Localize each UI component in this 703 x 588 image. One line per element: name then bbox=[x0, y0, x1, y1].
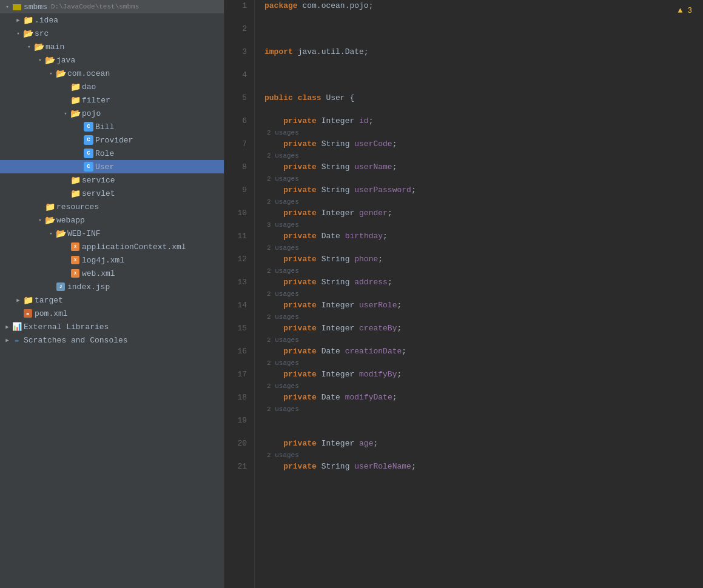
tree-item-user[interactable]: C User bbox=[0, 160, 224, 173]
code-line-17: private Integer modifyBy; bbox=[264, 369, 693, 381]
linenum-usage-19 bbox=[229, 427, 247, 438]
label-java: java bbox=[56, 56, 75, 65]
folder-icon-com-ocean: 📂 bbox=[56, 68, 66, 78]
usage-14: 2 usages bbox=[264, 312, 693, 322]
code-line-14: private Integer userRole; bbox=[264, 299, 693, 312]
code-line-13: private String address; bbox=[264, 276, 693, 289]
code-line-21: private String userRoleName; bbox=[264, 461, 693, 473]
linenum-13: 13 bbox=[229, 276, 247, 289]
arrow-webapp: ▾ bbox=[35, 215, 45, 225]
arrow-service bbox=[61, 175, 70, 185]
usage-12: 2 usages bbox=[264, 266, 693, 276]
code-line-2 bbox=[264, 23, 693, 35]
tree-item-src[interactable]: ▾ 📂 src bbox=[0, 27, 224, 40]
linenum-2: 2 bbox=[229, 23, 247, 35]
tree-item-java[interactable]: ▾ 📂 java bbox=[0, 53, 224, 67]
linenum-17: 17 bbox=[229, 369, 247, 381]
usage-5 bbox=[264, 104, 693, 115]
linenum-usage-14 bbox=[229, 312, 247, 322]
tree-item-webxml[interactable]: X web.xml bbox=[0, 267, 224, 280]
svg-rect-1 bbox=[13, 4, 16, 5]
arrow-dao bbox=[61, 82, 70, 92]
jsp-icon-indexjsp: J bbox=[56, 282, 66, 292]
tree-item-bill[interactable]: C Bill bbox=[0, 120, 224, 133]
folder-icon-resources: 📁 bbox=[45, 202, 55, 212]
usage-13: 2 usages bbox=[264, 289, 693, 299]
tree-item-webapp[interactable]: ▾ 📂 webapp bbox=[0, 213, 224, 227]
arrow-ext-libs: ▶ bbox=[2, 322, 12, 332]
label-dao: dao bbox=[82, 82, 96, 92]
tree-item-servlet[interactable]: 📁 servlet bbox=[0, 187, 224, 200]
label-src: src bbox=[35, 29, 49, 38]
linenum-14: 14 bbox=[229, 299, 247, 312]
code-line-18: private Date modifyDate; bbox=[264, 392, 693, 404]
arrow-main: ▾ bbox=[24, 42, 34, 52]
folder-icon-target: 📁 bbox=[23, 295, 33, 305]
tree-item-indexjsp[interactable]: J index.jsp bbox=[0, 280, 224, 293]
linenum-6: 6 bbox=[229, 115, 247, 127]
label-webinf: WEB-INF bbox=[67, 229, 101, 238]
sidebar: ▾ smbms D:\JavaCode\test\smbms ▶ 📁 .idea… bbox=[0, 0, 224, 588]
tree-item-dao[interactable]: 📁 dao bbox=[0, 80, 224, 93]
code-editor[interactable]: 1 2 3 4 5 6 7 8 9 10 11 12 13 1 bbox=[224, 0, 703, 588]
linenum-usage-20 bbox=[229, 450, 247, 461]
label-target: target bbox=[35, 296, 63, 305]
tree-item-webinf[interactable]: ▾ 📂 WEB-INF bbox=[0, 227, 224, 240]
arrow-filter bbox=[61, 95, 70, 105]
linenum-usage-21 bbox=[229, 473, 247, 484]
xml-icon-log4j: X bbox=[70, 255, 80, 265]
class-icon-bill: C bbox=[84, 122, 93, 132]
linenum-usage-3 bbox=[229, 58, 247, 69]
tree-item-resources[interactable]: 📁 resources bbox=[0, 200, 224, 213]
arrow-log4j bbox=[61, 255, 70, 265]
maven-icon-pomxml: m bbox=[23, 309, 33, 318]
tree-item-pojo[interactable]: ▾ 📂 pojo bbox=[0, 107, 224, 120]
code-lines: package com.ocean.pojo; import java.util… bbox=[255, 0, 703, 588]
tree-item-ext-libs[interactable]: ▶ 📊 External Libraries bbox=[0, 320, 224, 333]
linenum-7: 7 bbox=[229, 138, 247, 150]
arrow-webinf: ▾ bbox=[46, 229, 56, 238]
linenum-usage-7 bbox=[229, 150, 247, 161]
linenum-usage-8 bbox=[229, 173, 247, 184]
tree-item-role[interactable]: C Role bbox=[0, 147, 224, 160]
tree-item-filter[interactable]: 📁 filter bbox=[0, 93, 224, 107]
label-log4j: log4j.xml bbox=[82, 256, 124, 265]
usage-19 bbox=[264, 427, 693, 438]
warning-badge: ▲ 3 bbox=[674, 5, 696, 16]
usage-17: 2 usages bbox=[264, 381, 693, 392]
linenum-usage-2 bbox=[229, 35, 247, 46]
code-line-4 bbox=[264, 69, 693, 81]
tree-item-target[interactable]: ▶ 📁 target bbox=[0, 293, 224, 307]
tree-item-provider[interactable]: C Provider bbox=[0, 133, 224, 147]
label-provider: Provider bbox=[95, 136, 133, 145]
code-line-7: private String userCode; bbox=[264, 138, 693, 150]
usage-15: 2 usages bbox=[264, 335, 693, 346]
tree-item-appcontext[interactable]: X applicationContext.xml bbox=[0, 240, 224, 253]
tree-item-smbms[interactable]: ▾ smbms D:\JavaCode\test\smbms bbox=[0, 0, 224, 13]
usage-4 bbox=[264, 81, 693, 92]
tree-item-service[interactable]: 📁 service bbox=[0, 173, 224, 187]
tree-item-scratches[interactable]: ▶ ✏️ Scratches and Consoles bbox=[0, 333, 224, 347]
arrow-pojo: ▾ bbox=[61, 109, 70, 118]
tree-item-main[interactable]: ▾ 📂 main bbox=[0, 40, 224, 53]
usage-2 bbox=[264, 35, 693, 46]
folder-icon-webinf: 📂 bbox=[56, 229, 66, 238]
label-resources: resources bbox=[56, 202, 99, 212]
tree-item-log4j[interactable]: X log4j.xml bbox=[0, 253, 224, 267]
tree-item-idea[interactable]: ▶ 📁 .idea bbox=[0, 13, 224, 27]
folder-icon-smbms bbox=[12, 2, 22, 12]
label-pomxml: pom.xml bbox=[35, 309, 68, 318]
usage-16: 2 usages bbox=[264, 358, 693, 369]
arrow-pomxml bbox=[13, 309, 23, 318]
folder-icon-main: 📂 bbox=[34, 42, 44, 52]
ext-libs-icon: 📊 bbox=[12, 322, 22, 332]
linenum-3: 3 bbox=[229, 46, 247, 58]
linenum-1: 1 bbox=[229, 0, 247, 12]
linenum-15: 15 bbox=[229, 322, 247, 335]
tree-item-com-ocean[interactable]: ▾ 📂 com.ocean bbox=[0, 67, 224, 80]
label-ext-libs: External Libraries bbox=[24, 322, 109, 332]
usage-9: 2 usages bbox=[264, 196, 693, 207]
label-bill: Bill bbox=[95, 122, 114, 132]
folder-icon-service: 📁 bbox=[70, 175, 80, 185]
tree-item-pomxml[interactable]: m pom.xml bbox=[0, 307, 224, 320]
